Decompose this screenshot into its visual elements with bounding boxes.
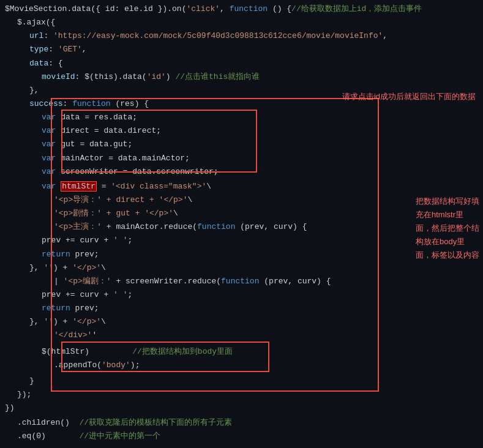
plain-token: \ <box>101 263 106 272</box>
str-token: '<p>导演：' + direct + '</p>' <box>54 195 187 204</box>
code-line: $.ajax({ <box>0 16 483 29</box>
plain-token: prev; <box>70 250 99 259</box>
plain-token: \ <box>101 317 106 326</box>
plain-token: prev; <box>70 304 99 313</box>
str-token: 'click' <box>186 4 220 13</box>
plain-token: prev += curv + <box>42 290 113 299</box>
code-line: prev += curv + ' '; <box>0 234 483 247</box>
plain-token: ); <box>130 360 140 370</box>
plain-token: () { <box>268 4 291 13</box>
plain-token: }, <box>29 317 43 326</box>
code-line: }, '') + '</p>'\ <box>0 315 483 329</box>
code-line: type: 'GET', <box>0 43 483 56</box>
plain-token: = <box>97 182 111 191</box>
prop-token: movieId <box>42 72 75 81</box>
plain-token: ; <box>127 236 132 245</box>
comment-token: //点击谁this就指向谁 <box>175 72 260 81</box>
code-line: '<p>剧情：' + gut + '</p>'\ <box>0 207 483 220</box>
prop-token: type <box>29 45 48 54</box>
str-token: '<div class="mask">' <box>111 182 206 191</box>
str-token: '<p>编剧：' <box>64 277 111 286</box>
plain-token: direct = data.direct; <box>56 126 161 135</box>
comment-token: //获取克隆后的模板结构下面的所有子元素 <box>79 418 232 427</box>
code-line: url: 'https://easy-mock.com/mock/5c09f40… <box>0 29 483 43</box>
plain-token: ) + <box>53 317 72 326</box>
plain-token: .appendTo( <box>54 360 102 370</box>
code-line: movieId: $(this).data('id') //点击谁this就指向… <box>0 70 483 84</box>
plain-token: (prev, curv) { <box>259 277 331 286</box>
plain-token: : <box>43 31 53 40</box>
str-token: 'body' <box>102 360 130 370</box>
plain-token: mainActor = data.mainActor; <box>56 154 189 163</box>
str-token: '</p>' <box>72 317 101 326</box>
code-line: success: function (res) { <box>0 97 483 111</box>
str-token: ' ' <box>113 236 127 245</box>
plain-token: : $(this).data( <box>75 72 147 81</box>
str-token: ' ' <box>113 290 127 299</box>
code-line: prev += curv + ' '; <box>0 288 483 302</box>
plain-token: gut = data.gut; <box>56 140 132 149</box>
plain-token: | <box>54 277 64 286</box>
plain-token: ) + <box>53 263 72 272</box>
comment-token: //进中元素中的第一个 <box>79 431 160 441</box>
code-line: } <box>0 375 483 388</box>
plain-token: , <box>220 4 230 13</box>
prop-token: url <box>29 31 43 40</box>
code-line: return prev; <box>0 302 483 315</box>
code-line: }, '') + '</p>'\ <box>0 261 483 275</box>
plain-token: data = res.data; <box>56 113 137 122</box>
code-line: '</div>'' <box>0 329 483 342</box>
code-line: }, <box>0 84 483 97</box>
code-line: .eq(0) //进中元素中的第一个 <box>0 430 483 443</box>
code-line: }); <box>0 388 483 401</box>
code-line: var direct = data.direct; <box>0 124 483 138</box>
code-line: }) <box>0 401 483 415</box>
plain-token: ; <box>127 290 132 299</box>
plain-token: ) <box>166 72 176 81</box>
code-line: var screenWriter = data.screenwriter; <box>0 165 483 179</box>
plain-token: , <box>383 31 388 40</box>
code-line: var mainActor = data.mainActor; <box>0 152 483 165</box>
code-line: var htmlStr = '<div class="mask">'\ <box>0 180 483 193</box>
kw-token: return <box>42 304 70 313</box>
plain-token: \ <box>206 182 211 191</box>
plain-token: }) <box>5 403 15 413</box>
plain-token: }, <box>29 86 39 95</box>
str-token: 'https://easy-mock.com/mock/5c09f40d3c09… <box>53 31 383 40</box>
str-token: '</p>' <box>72 263 101 272</box>
code-line: $(htmlStr) //把数据结构加到body里面 <box>0 345 483 359</box>
kw-token: var <box>42 140 56 149</box>
plain-token: }); <box>17 390 31 399</box>
prop-token: success <box>29 99 63 108</box>
str-token: '' <box>43 263 53 272</box>
code-line: data: { <box>0 57 483 70</box>
plain-token: : { <box>48 59 62 68</box>
str-token: '<p>主演：' <box>54 222 102 231</box>
comment-token: //把数据结构加到body里面 <box>132 347 233 356</box>
code-line: | '<p>编剧：' + screenWriter.reduce(functio… <box>0 275 483 288</box>
plain-token: .children() <box>17 418 79 427</box>
kw-token: function <box>197 222 235 231</box>
kw-token: var <box>42 154 56 163</box>
kw-token: var <box>42 113 56 122</box>
plain-token: : <box>48 45 58 54</box>
code-line: var data = res.data; <box>0 111 483 124</box>
plain-token: + mainActor.reduce( <box>102 222 197 231</box>
code-line: return prev; <box>0 248 483 261</box>
kw-token: var <box>42 126 56 135</box>
plain-token: (prev, curv) { <box>235 222 307 231</box>
kw-token: var <box>42 182 56 191</box>
htmlstr-token: htmlStr <box>61 181 97 192</box>
plain-token: $(htmlStr) <box>42 347 132 356</box>
code-line: $MovieSection.data({ id: ele.id }).on('c… <box>0 2 483 16</box>
plain-token: + screenWriter.reduce( <box>111 277 221 286</box>
str-token: 'id' <box>147 72 166 81</box>
plain-token: prev += curv + <box>42 236 113 245</box>
code-line: '<p>导演：' + direct + '</p>'\ <box>0 193 483 207</box>
plain-token: , <box>82 45 87 54</box>
plain-token: }, <box>29 263 43 272</box>
prop-token: data <box>29 59 48 68</box>
kw-token: function <box>72 99 110 108</box>
plain-token: } <box>29 376 34 386</box>
code-line: var gut = data.gut; <box>0 138 483 151</box>
